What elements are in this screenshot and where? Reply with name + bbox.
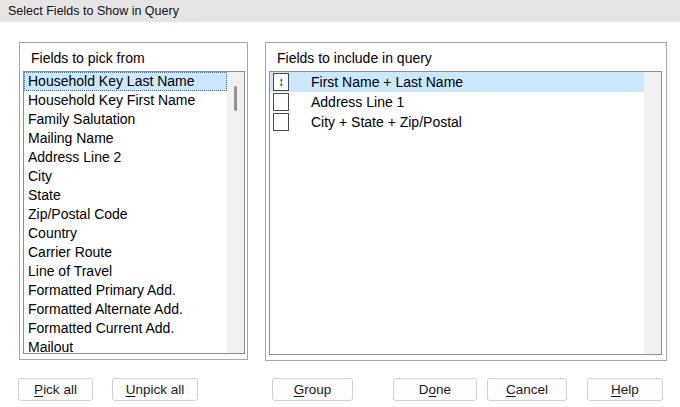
list-item[interactable]: Line of Travel: [24, 262, 227, 281]
fields-to-include-group: Fields to include in query ↕First Name +…: [265, 42, 667, 361]
list-item[interactable]: State: [24, 186, 227, 205]
list-item[interactable]: ↕First Name + Last Name: [270, 72, 644, 92]
fields-to-pick-group: Fields to pick from Household Key Last N…: [19, 42, 248, 360]
empty-handle-icon[interactable]: [273, 113, 289, 131]
list-item[interactable]: Carrier Route: [24, 243, 227, 262]
select-fields-dialog: Select Fields to Show in Query Fields to…: [0, 0, 680, 407]
list-item[interactable]: Household Key First Name: [24, 91, 227, 110]
cancel-button[interactable]: Cancel: [487, 378, 567, 401]
list-item-label: First Name + Last Name: [311, 72, 463, 92]
list-item[interactable]: Mailout: [24, 338, 227, 353]
fields-to-include-label: Fields to include in query: [277, 50, 432, 66]
empty-handle-icon[interactable]: [273, 93, 289, 111]
list-item[interactable]: Address Line 1: [270, 92, 644, 112]
list-item[interactable]: City + State + Zip/Postal: [270, 112, 644, 132]
help-button[interactable]: Help: [587, 378, 663, 401]
fields-to-include-rows: ↕First Name + Last NameAddress Line 1Cit…: [270, 72, 644, 354]
list-item[interactable]: Country: [24, 224, 227, 243]
pick-all-button[interactable]: Pick all: [18, 378, 93, 401]
list-item[interactable]: Formatted Alternate Add.: [24, 300, 227, 319]
list-item[interactable]: Mailing Name: [24, 129, 227, 148]
list-item[interactable]: Zip/Postal Code: [24, 205, 227, 224]
fields-to-pick-label: Fields to pick from: [31, 50, 145, 66]
fields-to-pick-list[interactable]: Household Key Last NameHousehold Key Fir…: [23, 71, 245, 354]
vertical-scrollbar[interactable]: [227, 72, 244, 353]
vertical-scrollbar[interactable]: [644, 72, 661, 354]
list-item[interactable]: City: [24, 167, 227, 186]
vertical-move-icon[interactable]: ↕: [273, 73, 289, 91]
scrollbar-thumb[interactable]: [234, 86, 237, 111]
fields-to-pick-rows: Household Key Last NameHousehold Key Fir…: [24, 72, 227, 353]
list-item[interactable]: Household Key Last Name: [24, 72, 227, 91]
list-item[interactable]: Formatted Primary Add.: [24, 281, 227, 300]
done-button[interactable]: Done: [393, 378, 477, 401]
list-item-label: Address Line 1: [311, 92, 404, 112]
list-item[interactable]: Formatted Current Add.: [24, 319, 227, 338]
list-item[interactable]: Family Salutation: [24, 110, 227, 129]
list-item-label: City + State + Zip/Postal: [311, 112, 462, 132]
fields-to-include-list[interactable]: ↕First Name + Last NameAddress Line 1Cit…: [269, 71, 662, 355]
group-button[interactable]: Group: [272, 378, 353, 401]
list-item[interactable]: Address Line 2: [24, 148, 227, 167]
dialog-title: Select Fields to Show in Query: [0, 0, 680, 22]
unpick-all-button[interactable]: Unpick all: [112, 378, 198, 401]
